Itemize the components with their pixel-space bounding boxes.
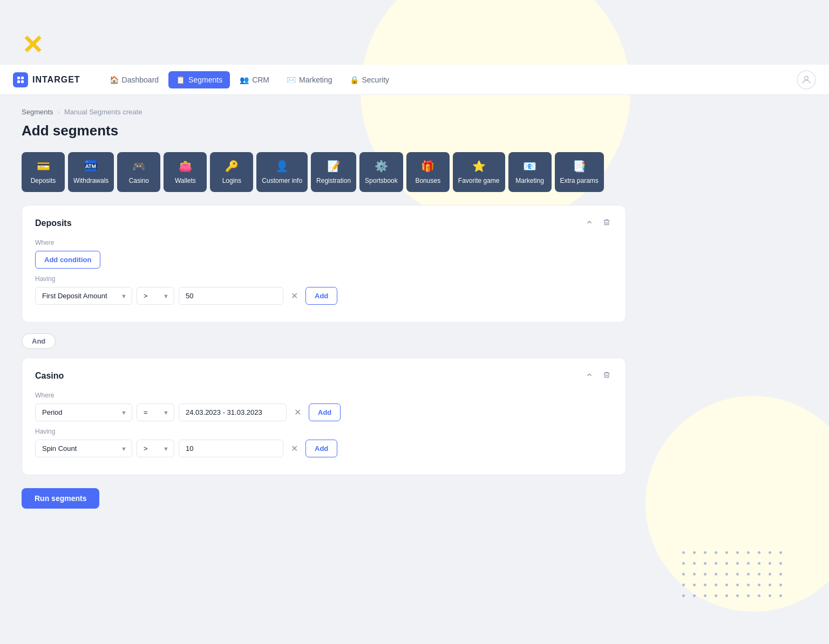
deposits-card: Deposits Where Add condition Having (22, 205, 626, 323)
casino-collapse-btn[interactable] (583, 369, 595, 383)
cat-registration[interactable]: 📝 Registration (311, 152, 356, 192)
casino-where-label: Where (35, 392, 613, 399)
cat-wallets[interactable]: 👛 Wallets (164, 152, 207, 192)
casino-card-actions (583, 369, 613, 383)
dots-pattern (682, 551, 786, 601)
cat-customer-info[interactable]: 👤 Customer info (256, 152, 308, 192)
deposits-having-row: First Deposit Amount Total Deposit Amoun… (35, 287, 613, 305)
user-avatar[interactable] (797, 70, 816, 90)
cat-logins[interactable]: 🔑 Logins (210, 152, 253, 192)
casino-period-input[interactable] (179, 403, 287, 421)
navbar: INTARGET 🏠 Dashboard 📋 Segments 👥 CRM ✉️… (0, 65, 829, 95)
casino-having-section: Having Spin Count Win Amount Bet Amount … (35, 428, 613, 457)
deposits-delete-btn[interactable] (601, 216, 613, 230)
brand: INTARGET (13, 72, 80, 87)
logins-icon: 🔑 (225, 160, 239, 173)
svg-rect-3 (21, 80, 24, 83)
cat-marketing[interactable]: 📧 Marketing (508, 152, 552, 192)
cat-sportsbook[interactable]: ⚙️ Sportsbook (359, 152, 403, 192)
deposits-icon: 💳 (37, 160, 50, 173)
favorite-game-icon: ⭐ (472, 160, 486, 173)
marketing-nav-icon: ✉️ (287, 76, 296, 84)
svg-rect-1 (21, 77, 24, 79)
svg-rect-0 (17, 77, 20, 79)
withdrawals-icon: 🏧 (84, 160, 98, 173)
deposits-card-title: Deposits (35, 218, 72, 228)
casino-having-clear-btn[interactable]: ✕ (288, 441, 301, 456)
casino-having-op-select[interactable]: > < = >= <= (137, 440, 174, 457)
casino-having-add-btn[interactable]: Add (305, 440, 337, 457)
brand-name: INTARGET (32, 75, 80, 85)
deposits-add-condition-btn[interactable]: Add condition (35, 251, 100, 269)
casino-card-header: Casino (35, 369, 613, 383)
casino-having-label: Having (35, 428, 613, 435)
deposits-where-label: Where (35, 239, 613, 246)
svg-point-4 (805, 76, 808, 80)
casino-card: Casino Where Period Game Type Provider (22, 358, 626, 475)
deposits-having-section: Having First Deposit Amount Total Deposi… (35, 275, 613, 305)
casino-icon: 🎮 (132, 160, 146, 173)
cat-casino[interactable]: 🎮 Casino (117, 152, 160, 192)
deposits-where-row: Add condition (35, 251, 613, 269)
casino-spin-select[interactable]: Spin Count Win Amount Bet Amount (35, 440, 132, 457)
sportsbook-icon: ⚙️ (375, 160, 388, 173)
deposits-field-select-wrapper: First Deposit Amount Total Deposit Amoun… (35, 287, 132, 305)
bonuses-icon: 🎁 (421, 160, 434, 173)
casino-having-op-wrapper: > < = >= <= ▼ (137, 440, 174, 457)
nav-marketing[interactable]: ✉️ Marketing (279, 71, 339, 88)
page-title: Add segments (22, 122, 626, 139)
casino-period-select-wrapper: Period Game Type Provider ▼ (35, 403, 132, 421)
security-icon: 🔒 (350, 76, 359, 84)
x-logo: ✕ (22, 32, 43, 58)
deposits-op-select[interactable]: > < = >= <= (137, 287, 174, 305)
nav-links: 🏠 Dashboard 📋 Segments 👥 CRM ✉️ Marketin… (102, 71, 797, 88)
deposits-card-actions (583, 216, 613, 230)
cat-bonuses[interactable]: 🎁 Bonuses (406, 152, 450, 192)
nav-dashboard[interactable]: 🏠 Dashboard (102, 71, 167, 88)
deposits-field-select[interactable]: First Deposit Amount Total Deposit Amoun… (35, 287, 132, 305)
customer-info-icon: 👤 (275, 160, 289, 173)
casino-card-title: Casino (35, 371, 64, 381)
svg-rect-2 (17, 80, 20, 83)
deposits-add-row-btn[interactable]: Add (305, 287, 337, 305)
casino-period-select[interactable]: Period Game Type Provider (35, 403, 132, 421)
crm-icon: 👥 (240, 76, 249, 84)
breadcrumb-separator: › (58, 108, 60, 116)
cat-withdrawals[interactable]: 🏧 Withdrawals (68, 152, 114, 192)
marketing-cat-icon: 📧 (523, 160, 536, 173)
main-content: Segments › Manual Segments create Add se… (0, 95, 648, 522)
nav-segments[interactable]: 📋 Segments (168, 71, 230, 88)
breadcrumb-segments[interactable]: Segments (22, 108, 53, 116)
casino-where-section: Where Period Game Type Provider ▼ = != > (35, 392, 613, 421)
casino-spin-input[interactable] (179, 440, 283, 457)
cat-extra-params[interactable]: 📑 Extra params (555, 152, 604, 192)
wallets-icon: 👛 (179, 160, 192, 173)
casino-where-add-btn[interactable]: Add (309, 403, 341, 421)
run-segments-btn[interactable]: Run segments (22, 488, 99, 509)
nav-security[interactable]: 🔒 Security (342, 71, 397, 88)
deposits-clear-btn[interactable]: ✕ (288, 289, 301, 303)
nav-crm[interactable]: 👥 CRM (232, 71, 277, 88)
category-grid: 💳 Deposits 🏧 Withdrawals 🎮 Casino 👛 Wall… (22, 152, 626, 192)
segments-icon: 📋 (176, 76, 185, 84)
extra-params-icon: 📑 (573, 160, 586, 173)
breadcrumb-current: Manual Segments create (64, 108, 142, 116)
casino-where-clear-btn[interactable]: ✕ (291, 405, 304, 420)
breadcrumb: Segments › Manual Segments create (22, 108, 626, 116)
dashboard-icon: 🏠 (110, 76, 119, 84)
casino-where-op-select[interactable]: = != > < (137, 403, 174, 421)
deposits-op-select-wrapper: > < = >= <= ▼ (137, 287, 174, 305)
deposits-card-header: Deposits (35, 216, 613, 230)
cat-deposits[interactable]: 💳 Deposits (22, 152, 65, 192)
deposits-value-input[interactable] (179, 287, 283, 305)
casino-where-row: Period Game Type Provider ▼ = != > < ▼ (35, 403, 613, 421)
deposits-collapse-btn[interactable] (583, 216, 595, 230)
deposits-where-section: Where Add condition (35, 239, 613, 269)
casino-delete-btn[interactable] (601, 369, 613, 383)
casino-having-row: Spin Count Win Amount Bet Amount ▼ > < =… (35, 440, 613, 457)
deposits-having-label: Having (35, 275, 613, 283)
casino-spin-select-wrapper: Spin Count Win Amount Bet Amount ▼ (35, 440, 132, 457)
and-connector[interactable]: And (22, 333, 56, 349)
cat-favorite-game[interactable]: ⭐ Favorite game (453, 152, 505, 192)
registration-icon: 📝 (327, 160, 341, 173)
